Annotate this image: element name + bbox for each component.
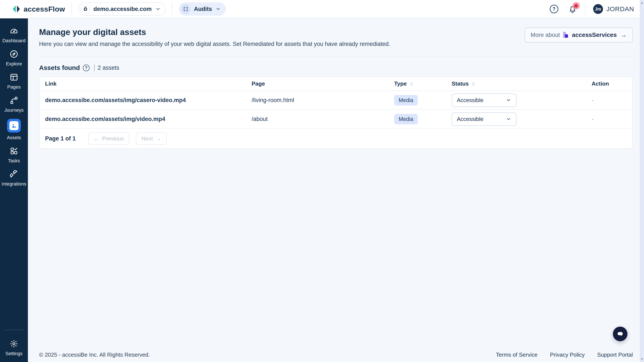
logo-text: accessFlow — [24, 5, 65, 13]
dashboard-gauge-icon — [9, 26, 19, 35]
column-header-status[interactable]: Status — [452, 77, 592, 91]
help-button[interactable]: ? — [549, 4, 559, 14]
chat-widget-button[interactable] — [613, 327, 628, 341]
next-page-button[interactable]: Next → — [136, 132, 167, 145]
footer-link-privacy[interactable]: Privacy Policy — [550, 352, 585, 358]
sidebar-item-label: Assets — [7, 135, 21, 140]
page-title: Manage your digital assets — [39, 27, 390, 37]
sidebar-item-label: Dashboard — [2, 38, 26, 43]
chevron-down-icon — [155, 6, 161, 12]
more-about-brand: accessServices — [572, 31, 617, 38]
scroll-down-arrow-icon[interactable] — [640, 358, 643, 360]
sort-icon[interactable] — [409, 81, 414, 86]
topbar-actions: ? Jm JORDAN — [549, 2, 634, 16]
layout-icon — [9, 72, 19, 82]
topbar-divider — [172, 2, 172, 16]
sidebar-item-settings[interactable]: Settings — [0, 339, 28, 357]
scrollbar[interactable] — [640, 0, 644, 362]
type-badge: Media — [394, 95, 418, 105]
column-header-link: Link — [40, 77, 252, 91]
footer: © 2025 - accessiBe Inc. All Rights Reser… — [39, 352, 633, 358]
sidebar-item-dashboard[interactable]: Dashboard — [0, 26, 28, 43]
assets-table-card: Link Page Type Status — [39, 76, 633, 149]
sidebar-item-label: Explore — [6, 61, 22, 67]
user-name[interactable]: JORDAN — [606, 5, 634, 13]
table-header-row: Link Page Type Status — [40, 77, 632, 91]
chevron-down-icon — [216, 6, 221, 11]
site-favicon: ŏ — [81, 4, 90, 13]
sidebar-item-integrations[interactable]: Integrations — [0, 169, 28, 187]
column-header-action: Action — [592, 77, 632, 91]
assets-table: Link Page Type Status — [40, 77, 632, 129]
table-row: demo.accessibe.com/assets/img/casero-vid… — [40, 91, 632, 110]
chat-bubble-icon — [616, 330, 624, 338]
notifications-button[interactable] — [568, 4, 577, 14]
info-icon[interactable]: ? — [83, 64, 90, 71]
topbar-divider — [72, 2, 72, 16]
copyright-text: © 2025 - accessiBe Inc. All Rights Reser… — [39, 352, 150, 358]
asset-link: demo.accessibe.com/assets/img/casero-vid… — [40, 91, 252, 110]
pagination: Page 1 of 1 ← Previous Next → — [40, 129, 632, 148]
arrow-right-icon: → — [156, 135, 161, 142]
table-row: demo.accessibe.com/assets/img/video.mp4 … — [40, 110, 632, 128]
active-item-highlight — [7, 119, 21, 132]
topbar: accessFlow ŏ demo.accessibe.com Audits ? — [0, 0, 644, 18]
sidebar-item-label: Settings — [5, 351, 22, 357]
sidebar-item-explore[interactable]: Explore — [0, 49, 28, 67]
type-badge: Media — [394, 114, 418, 124]
gear-icon — [9, 339, 19, 349]
chevron-down-icon — [506, 116, 511, 122]
sidebar-item-label: Tasks — [8, 158, 20, 164]
compass-icon — [9, 49, 19, 59]
plug-icon — [9, 169, 19, 179]
sidebar-item-label: Pages — [7, 84, 20, 90]
page-subtitle: Here you can view and manage the accessi… — [39, 41, 390, 47]
sidebar-item-label: Integrations — [2, 181, 26, 187]
site-name: demo.accessibe.com — [94, 6, 152, 12]
site-selector-dropdown[interactable]: ŏ demo.accessibe.com — [78, 2, 166, 16]
scroll-up-arrow-icon[interactable] — [640, 2, 643, 4]
asset-action: - — [592, 110, 632, 128]
sidebar-item-pages[interactable]: Pages — [0, 72, 28, 90]
asset-link: demo.accessibe.com/assets/img/video.mp4 — [40, 110, 252, 128]
sidebar-divider — [5, 330, 23, 330]
scan-icon — [181, 4, 190, 14]
logo[interactable]: accessFlow — [12, 5, 65, 13]
arrow-left-icon: ← — [94, 135, 100, 142]
audits-label: Audits — [194, 6, 212, 12]
more-about-prefix: More about — [531, 32, 560, 38]
chevron-down-icon — [506, 97, 511, 103]
assets-count: 2 assets — [98, 64, 119, 71]
page-indicator: Page 1 of 1 — [45, 135, 76, 142]
image-icon — [11, 122, 17, 129]
column-header-type[interactable]: Type — [394, 77, 452, 91]
logo-diamond-icon — [12, 5, 20, 13]
help-icon: ? — [550, 5, 558, 13]
count-separator — [94, 64, 95, 71]
more-about-button[interactable]: More about accessServices → — [525, 27, 633, 42]
footer-link-support[interactable]: Support Portal — [597, 352, 633, 358]
asset-action: - — [592, 91, 632, 110]
footer-link-terms[interactable]: Terms of Service — [496, 352, 538, 358]
status-dropdown[interactable]: Accessible — [452, 112, 516, 126]
tasks-check-icon — [9, 146, 19, 156]
topbar-divider — [585, 2, 586, 16]
sidebar-item-journeys[interactable]: Journeys — [0, 96, 28, 113]
asset-page: /living-room.html — [252, 91, 394, 110]
previous-page-button[interactable]: ← Previous — [88, 132, 130, 145]
access-services-icon — [563, 31, 569, 39]
sidebar-item-tasks[interactable]: Tasks — [0, 146, 28, 164]
app-root: accessFlow ŏ demo.accessibe.com Audits ? — [0, 0, 644, 362]
arrow-right-icon: → — [620, 31, 627, 39]
content-divider — [39, 56, 633, 56]
audits-dropdown[interactable]: Audits — [179, 2, 226, 16]
sidebar-item-label: Journeys — [4, 107, 24, 113]
sort-icon[interactable] — [471, 81, 476, 86]
sidebar: Dashboard Explore Pages — [0, 18, 28, 362]
asset-page: /about — [252, 110, 394, 128]
sidebar-item-assets[interactable]: Assets — [0, 119, 28, 140]
main-content: Manage your digital assets Here you can … — [28, 18, 644, 362]
avatar[interactable]: Jm — [593, 4, 603, 14]
status-dropdown[interactable]: Accessible — [452, 93, 516, 107]
page-header-text: Manage your digital assets Here you can … — [39, 27, 390, 47]
